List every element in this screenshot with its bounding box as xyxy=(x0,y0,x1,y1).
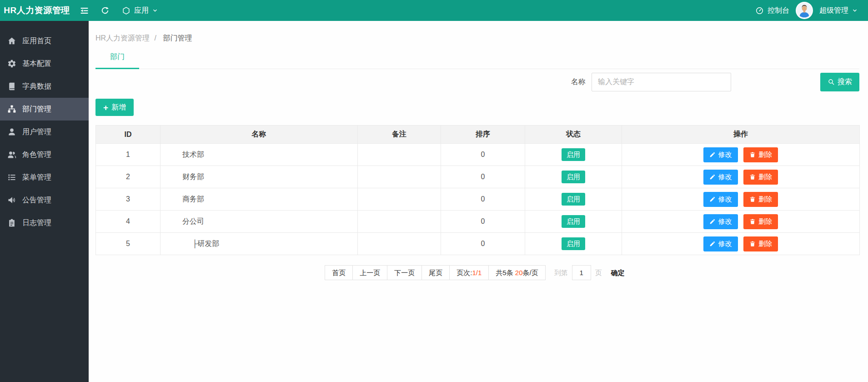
page-info-label: 页次: xyxy=(457,269,472,276)
sidebar-item-label: 基本配置 xyxy=(22,59,51,69)
cell-status: 启用 xyxy=(525,211,622,233)
user-menu[interactable]: 超级管理 xyxy=(819,6,858,15)
goto-confirm-button[interactable]: 确定 xyxy=(606,265,630,280)
app-title: HR人力资源管理 xyxy=(0,5,74,16)
cell-id: 5 xyxy=(96,233,161,255)
edit-button[interactable]: 修改 xyxy=(703,192,738,207)
goto-page-input[interactable] xyxy=(572,265,591,280)
delete-button[interactable]: 删除 xyxy=(743,170,778,185)
edit-button[interactable]: 修改 xyxy=(703,170,738,185)
sidebar-item-config[interactable]: 基本配置 xyxy=(0,52,89,75)
topbar-right-tools: 控制台 超级管理 xyxy=(754,2,868,19)
sidebar-item-menus[interactable]: 菜单管理 xyxy=(0,166,89,189)
cell-sort: 0 xyxy=(441,166,525,188)
cell-sort: 0 xyxy=(441,144,525,166)
sidebar-item-label: 部门管理 xyxy=(22,105,51,114)
console-link[interactable]: 控制台 xyxy=(754,5,789,15)
trash-icon xyxy=(749,151,756,158)
delete-button-label: 删除 xyxy=(758,195,772,204)
delete-button-label: 删除 xyxy=(758,240,772,248)
sidebar-item-label: 角色管理 xyxy=(22,150,51,160)
sidebar-item-home[interactable]: 应用首页 xyxy=(0,30,89,52)
cell-id: 2 xyxy=(96,166,161,188)
delete-button[interactable]: 删除 xyxy=(743,147,778,162)
cell-id: 1 xyxy=(96,144,161,166)
users-icon xyxy=(7,150,16,159)
sidebar-item-label: 字典数据 xyxy=(22,82,51,91)
trash-icon xyxy=(749,174,756,180)
tab-department[interactable]: 部门 xyxy=(95,52,139,69)
table-header-row: ID 名称 备注 排序 状态 操作 xyxy=(96,126,860,144)
edit-button[interactable]: 修改 xyxy=(703,214,738,229)
cell-actions: 修改 删除 xyxy=(622,166,860,188)
gauge-icon xyxy=(754,5,764,15)
page-info-value: 1/1 xyxy=(472,269,482,276)
app-menu[interactable]: 应用 xyxy=(121,5,158,15)
cell-name: ├研发部 xyxy=(161,233,358,255)
search-input[interactable] xyxy=(592,73,731,91)
status-badge: 启用 xyxy=(562,193,585,206)
trash-icon xyxy=(749,196,756,202)
sidebar-item-label: 用户管理 xyxy=(22,127,51,137)
search-button[interactable]: 搜索 xyxy=(820,73,859,91)
header-id: ID xyxy=(96,126,161,144)
header-remark: 备注 xyxy=(358,126,441,144)
refresh-icon[interactable] xyxy=(100,5,110,15)
pager-next[interactable]: 下一页 xyxy=(387,265,422,280)
cell-id: 4 xyxy=(96,211,161,233)
console-label: 控制台 xyxy=(768,6,789,15)
cell-actions: 修改 删除 xyxy=(622,211,860,233)
pager-total-info: 共5条 20条/页 xyxy=(488,265,545,280)
sidebar-item-logs[interactable]: 日志管理 xyxy=(0,211,89,234)
speaker-icon xyxy=(7,196,16,205)
sidebar-item-users[interactable]: 用户管理 xyxy=(0,121,89,143)
cell-name: 分公司 xyxy=(161,211,358,233)
goto-unit: 页 xyxy=(591,265,606,280)
delete-button-label: 删除 xyxy=(758,173,772,181)
cell-name: 技术部 xyxy=(161,144,358,166)
table-row: 4 分公司 0 启用 修改 删除 xyxy=(96,211,860,233)
header-actions: 操作 xyxy=(622,126,860,144)
collapse-sidebar-icon[interactable] xyxy=(79,5,89,15)
sidebar-item-label: 应用首页 xyxy=(22,36,51,46)
add-button[interactable]: + 新增 xyxy=(95,99,134,116)
cell-sort: 0 xyxy=(441,233,525,255)
pencil-icon xyxy=(709,151,716,158)
pager-last[interactable]: 尾页 xyxy=(421,265,450,280)
avatar[interactable] xyxy=(796,2,813,19)
cell-status: 启用 xyxy=(525,144,622,166)
search-button-label: 搜索 xyxy=(838,77,852,87)
cell-actions: 修改 删除 xyxy=(622,144,860,166)
delete-button[interactable]: 删除 xyxy=(743,236,778,251)
total-count: 共5条 xyxy=(496,269,513,276)
header-status: 状态 xyxy=(525,126,622,144)
pencil-icon xyxy=(709,241,716,247)
delete-button[interactable]: 删除 xyxy=(743,214,778,229)
edit-button[interactable]: 修改 xyxy=(703,236,738,251)
cell-sort: 0 xyxy=(441,188,525,211)
pager-prev[interactable]: 上一页 xyxy=(352,265,387,280)
pencil-icon xyxy=(709,218,716,225)
sidebar-item-roles[interactable]: 角色管理 xyxy=(0,143,89,166)
status-badge: 启用 xyxy=(562,215,585,228)
trash-icon xyxy=(749,241,756,247)
status-badge: 启用 xyxy=(562,171,585,183)
breadcrumb-root: HR人力资源管理 xyxy=(95,34,150,42)
sitemap-icon xyxy=(7,105,16,114)
cell-remark xyxy=(358,144,441,166)
status-badge: 启用 xyxy=(562,148,585,161)
pager-first[interactable]: 首页 xyxy=(325,265,353,280)
delete-button[interactable]: 删除 xyxy=(743,192,778,207)
sidebar-item-announcements[interactable]: 公告管理 xyxy=(0,189,89,211)
sidebar-item-label: 公告管理 xyxy=(22,196,51,205)
user-name: 超级管理 xyxy=(819,6,848,15)
sidebar-item-departments[interactable]: 部门管理 xyxy=(0,98,89,121)
trash-icon xyxy=(749,218,756,225)
goto-label: 到第 xyxy=(550,265,572,280)
sidebar-item-dictionary[interactable]: 字典数据 xyxy=(0,75,89,98)
cell-status: 启用 xyxy=(525,233,622,255)
cell-name: 财务部 xyxy=(161,166,358,188)
gear-icon xyxy=(7,59,16,68)
plus-icon: + xyxy=(103,103,108,112)
edit-button[interactable]: 修改 xyxy=(703,147,738,162)
